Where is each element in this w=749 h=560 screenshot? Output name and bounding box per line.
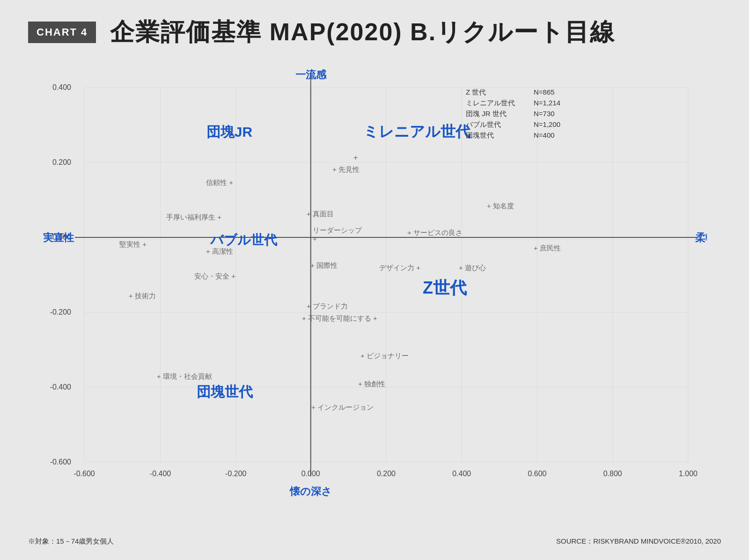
svg-text:N=400: N=400	[534, 131, 555, 139]
svg-text:+ 庶民性: + 庶民性	[534, 244, 561, 252]
svg-text:+: +	[353, 154, 358, 162]
svg-text:団塊JR: 団塊JR	[206, 124, 253, 140]
svg-text:安心・安全 +: 安心・安全 +	[194, 272, 235, 280]
svg-text:信頼性 +: 信頼性 +	[206, 178, 233, 186]
footer-right: SOURCE：RISKYBRAND MINDVOICE®2010, 2020	[556, 537, 721, 546]
svg-text:堅実性 +: 堅実性 +	[119, 240, 147, 248]
svg-text:+ 環境・社会貢献: + 環境・社会貢献	[157, 372, 212, 380]
svg-text:+ 先見性: + 先見性	[332, 165, 360, 173]
svg-text:+ ビジョナリー: + ビジョナリー	[360, 352, 409, 360]
svg-text:N=730: N=730	[534, 110, 555, 118]
svg-text:Z 世代: Z 世代	[466, 88, 486, 96]
svg-text:+ 高潔性: + 高潔性	[206, 247, 233, 255]
svg-text:Z世代: Z世代	[423, 278, 467, 297]
footer-left: ※対象：15－74歳男女個人	[28, 537, 114, 546]
svg-text:団塊世代: 団塊世代	[466, 131, 494, 139]
svg-text:0.600: 0.600	[528, 470, 546, 478]
chart-badge: CHART 4	[28, 22, 96, 43]
svg-text:+ インクルージョン: + インクルージョン	[311, 403, 374, 411]
svg-text:+ ブランド力: + ブランド力	[307, 302, 348, 310]
svg-text:+ 知名度: + 知名度	[487, 202, 514, 210]
svg-text:-0.400: -0.400	[150, 470, 171, 478]
svg-text:団塊世代: 団塊世代	[197, 384, 253, 399]
svg-text:N=1,200: N=1,200	[534, 120, 560, 128]
svg-text:実直性: 実直性	[43, 232, 74, 243]
svg-text:-0.200: -0.200	[225, 470, 246, 478]
svg-text:N=1,214: N=1,214	[534, 99, 560, 107]
svg-text:-0.400: -0.400	[50, 383, 71, 391]
footer: ※対象：15－74歳男女個人 SOURCE：RISKYBRAND MINDVOI…	[28, 537, 721, 546]
svg-text:懐の深さ: 懐の深さ	[289, 486, 332, 497]
svg-text:-0.600: -0.600	[73, 470, 95, 478]
svg-text:0.200: 0.200	[377, 470, 396, 478]
svg-text:-0.200: -0.200	[50, 308, 71, 316]
svg-text:0.800: 0.800	[603, 470, 622, 478]
svg-text:0.200: 0.200	[52, 158, 71, 166]
svg-text:0.400: 0.400	[452, 470, 471, 478]
header: CHART 4 企業評価基準 MAP(2020) B.リクルート目線	[28, 19, 721, 45]
svg-text:+ 独創性: + 独創性	[358, 380, 385, 388]
svg-text:バブル世代: バブル世代	[210, 233, 278, 247]
svg-text:+ 真面目: + 真面目	[307, 210, 334, 218]
svg-text:+ 遊び心: + 遊び心	[459, 264, 486, 272]
svg-text:N=865: N=865	[534, 88, 555, 96]
svg-text:団塊 JR 世代: 団塊 JR 世代	[466, 110, 507, 118]
svg-text:1.000: 1.000	[679, 470, 698, 478]
svg-text:一流感: 一流感	[295, 69, 327, 81]
svg-text:ミレニアル世代: ミレニアル世代	[466, 99, 515, 107]
svg-text:柔軟性: 柔軟性	[695, 232, 707, 243]
svg-text:リーダーシップ: リーダーシップ	[313, 226, 362, 234]
svg-text:+ 国際性: + 国際性	[310, 261, 338, 269]
svg-text:バブル世代: バブル世代	[465, 120, 501, 128]
svg-text:ミレニアル世代: ミレニアル世代	[363, 123, 471, 140]
svg-text:+ サービスの良さ: + サービスの良さ	[407, 228, 463, 236]
svg-text:+ 不可能を可能にする +: + 不可能を可能にする +	[302, 314, 377, 322]
svg-text:デザイン力 +: デザイン力 +	[379, 264, 420, 272]
svg-text:+: +	[313, 235, 317, 243]
svg-text:0.000: 0.000	[301, 470, 320, 478]
svg-text:手厚い福利厚生 +: 手厚い福利厚生 +	[166, 213, 221, 221]
svg-text:+ 技術力: + 技術力	[129, 292, 156, 300]
svg-text:-0.600: -0.600	[50, 458, 71, 466]
page-container: CHART 4 企業評価基準 MAP(2020) B.リクルート目線	[0, 0, 749, 560]
svg-text:0.400: 0.400	[52, 83, 71, 91]
chart-area: 0.400 0.200 0.000 -0.200 -0.400 -0.600 -…	[42, 59, 707, 504]
chart-title: 企業評価基準 MAP(2020) B.リクルート目線	[110, 19, 615, 45]
